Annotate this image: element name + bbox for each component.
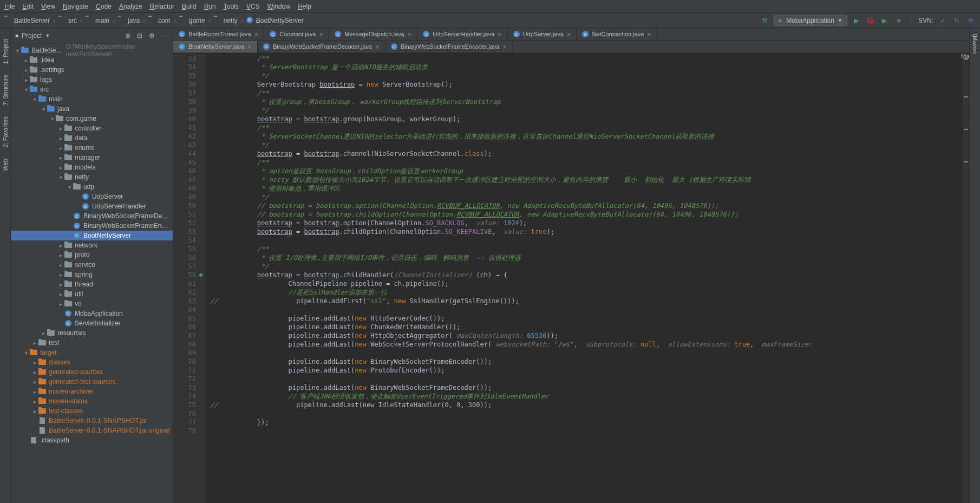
code-line[interactable]: */: [210, 71, 969, 80]
editor-tab[interactable]: CBattleRoomThread.java×: [173, 28, 264, 40]
tree-node[interactable]: CServletInitializer: [11, 318, 173, 328]
code-line[interactable]: bootstrap = bootstrap.group(bossGroup, w…: [210, 115, 969, 123]
expand-arrow-icon[interactable]: [57, 145, 64, 151]
close-icon[interactable]: ×: [498, 30, 502, 38]
expand-arrow-icon[interactable]: [31, 96, 38, 102]
code-line[interactable]: /**: [210, 158, 969, 167]
editor-tab[interactable]: CUdpServerHandler.java×: [417, 28, 507, 40]
editor-tab[interactable]: CBinaryWebSocketFrameDecoder.java×: [258, 41, 386, 53]
right-tool-label[interactable]: Maven: [961, 53, 969, 60]
line-number[interactable]: 68: [173, 340, 196, 349]
line-number[interactable]: 62: [173, 288, 196, 297]
close-icon[interactable]: ×: [254, 30, 259, 38]
vcs-revert-icon[interactable]: ⟲: [966, 16, 976, 25]
close-icon[interactable]: ×: [567, 30, 571, 38]
tree-node[interactable]: CUdpServer: [11, 192, 173, 201]
expand-arrow-icon[interactable]: [31, 388, 38, 395]
line-number[interactable]: 34: [173, 63, 196, 71]
tree-node[interactable]: CUdpServerHandler: [11, 201, 173, 211]
tree-node[interactable]: CBinaryWebSocketFrameDecoder: [11, 211, 173, 221]
breadcrumb-item[interactable]: com: [148, 17, 171, 24]
expand-arrow-icon[interactable]: [57, 125, 64, 132]
code-line[interactable]: */: [210, 193, 969, 201]
tree-node[interactable]: src: [11, 84, 173, 94]
tree-node[interactable]: CBinaryWebSocketFrameEncoder: [11, 221, 173, 231]
tree-node[interactable]: BattleServer-0.0.1-SNAPSHOT.jar.original: [11, 426, 173, 435]
tree-node[interactable]: java: [11, 104, 173, 114]
line-number[interactable]: 42: [173, 132, 196, 141]
line-number[interactable]: 64: [173, 305, 196, 314]
code-line[interactable]: /**: [210, 245, 969, 253]
code-line[interactable]: ChannelPipeline pipeline = ch.pipeline()…: [210, 279, 969, 288]
code-line[interactable]: * ServerSocketChannel是以NIO的selector为基础进行…: [210, 132, 969, 141]
line-number[interactable]: 33: [173, 54, 196, 63]
line-number[interactable]: 52: [173, 219, 196, 227]
breadcrumb-item[interactable]: game: [179, 17, 205, 24]
code-line[interactable]: ServerBootstrap bootstrap = new ServerBo…: [210, 80, 969, 89]
expand-arrow-icon[interactable]: [31, 408, 38, 414]
close-icon[interactable]: ×: [647, 30, 651, 38]
vcs-commit-icon[interactable]: ↻: [952, 16, 962, 25]
line-number[interactable]: 74: [173, 392, 196, 401]
run-icon[interactable]: ▶: [852, 16, 861, 25]
code-line[interactable]: });: [210, 418, 969, 427]
expand-arrow-icon[interactable]: [57, 262, 64, 268]
expand-arrow-icon[interactable]: [57, 252, 64, 258]
code-line[interactable]: /**: [210, 89, 969, 97]
expand-arrow-icon[interactable]: [31, 359, 38, 365]
expand-arrow-icon[interactable]: [57, 281, 64, 288]
menu-edit[interactable]: Edit: [22, 3, 34, 10]
line-number[interactable]: 43: [173, 141, 196, 149]
line-number[interactable]: 39: [173, 106, 196, 115]
tree-node[interactable]: maven-status: [11, 396, 173, 406]
tree-node[interactable]: udp: [11, 182, 173, 192]
run-config-selector[interactable]: ▶ MobaApplication ▼: [774, 15, 847, 26]
line-number[interactable]: 57: [173, 262, 196, 271]
scroll-from-source-icon[interactable]: ⊕: [123, 31, 133, 41]
expand-arrow-icon[interactable]: [40, 330, 47, 336]
expand-arrow-icon[interactable]: [40, 106, 47, 112]
line-number[interactable]: 65: [173, 314, 196, 323]
tree-node[interactable]: com.game: [11, 114, 173, 123]
expand-arrow-icon[interactable]: [57, 174, 64, 180]
line-number[interactable]: 45: [173, 158, 196, 167]
line-gutter[interactable]: 3334353637383940414243444546474849505152…: [173, 53, 206, 503]
tree-node[interactable]: test: [11, 338, 173, 348]
expand-arrow-icon[interactable]: [57, 164, 64, 171]
expand-arrow-icon[interactable]: [23, 349, 29, 356]
coverage-icon[interactable]: ▶: [880, 16, 890, 25]
tree-node[interactable]: spring: [11, 270, 173, 279]
settings-icon[interactable]: ⚙: [147, 31, 156, 41]
expand-arrow-icon[interactable]: [23, 67, 29, 73]
tree-node[interactable]: thread: [11, 279, 173, 289]
line-number[interactable]: 78: [173, 427, 196, 435]
line-number[interactable]: 67: [173, 331, 196, 340]
line-number[interactable]: 53: [173, 227, 196, 236]
hide-icon[interactable]: —: [159, 31, 168, 41]
code-line[interactable]: */: [210, 141, 969, 149]
expand-arrow-icon[interactable]: [57, 154, 64, 161]
code-line[interactable]: bootstrap = bootstrap.channel(NioServerS…: [210, 149, 969, 158]
tree-node[interactable]: resources: [11, 328, 173, 338]
menu-vcs[interactable]: VCS: [246, 3, 260, 10]
line-number[interactable]: 37: [173, 89, 196, 97]
code-line[interactable]: * 设置group，将bossGroup， workerGroup线程组传递到S…: [210, 97, 969, 106]
editor-tab[interactable]: CMessageDispatch.java×: [329, 28, 417, 40]
tree-node[interactable]: BattleServer-0.0.1-SNAPSHOT.jar: [11, 416, 173, 426]
expand-arrow-icon[interactable]: [66, 184, 73, 190]
menu-view[interactable]: View: [41, 3, 55, 10]
expand-arrow-icon[interactable]: [14, 47, 21, 54]
code-line[interactable]: /**: [210, 54, 969, 63]
menu-tools[interactable]: Tools: [224, 3, 239, 10]
code-line[interactable]: [210, 427, 969, 435]
expand-arrow-icon[interactable]: [49, 115, 55, 122]
expand-arrow-icon[interactable]: [31, 398, 38, 404]
code-line[interactable]: /**: [210, 123, 969, 132]
breadcrumb-item[interactable]: src: [58, 17, 77, 24]
breadcrumb-item[interactable]: BattleServer: [4, 17, 50, 24]
tree-node[interactable]: .settings: [11, 65, 173, 75]
line-number[interactable]: 71: [173, 366, 196, 375]
side-tab-structure[interactable]: 7: Structure: [2, 75, 9, 106]
line-number[interactable]: 36: [173, 80, 196, 89]
tree-node[interactable]: .classpath: [11, 435, 173, 445]
